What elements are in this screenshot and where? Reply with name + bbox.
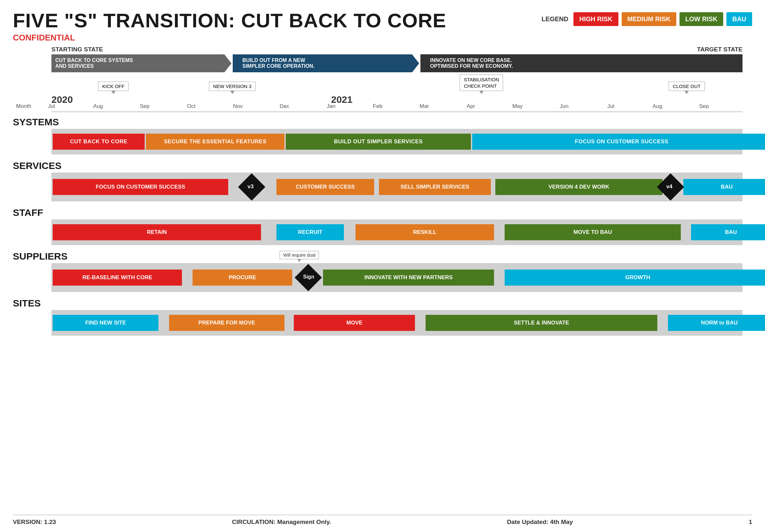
month-jul-2021: Jul [607,103,614,110]
diamond-sign [295,264,322,291]
sites-title: SITES [13,297,752,310]
services-section: SERVICES FOCUS ON CUSTOMER SUCCESS v3 CU… [13,159,752,201]
systems-section: SYSTEMS CUT BACK TO CORE SECURE THE ESSE… [13,115,752,154]
systems-title: SYSTEMS [13,115,752,129]
bar-services-version4: VERSION 4 DEV WORK [495,179,662,195]
footer-version: VERSION: 1.23 [13,518,56,526]
month-oct-2020: Oct [187,103,196,110]
services-title: SERVICES [13,159,752,172]
month-jan-2021: Jan [327,103,335,110]
month-feb-2021: Feb [373,103,382,110]
legend-medium-risk: MEDIUM RISK [622,12,676,26]
diamond-v4 [657,173,684,201]
banner-cut-back: CUT BACK TO CORE SYSTEMSAND SERVICES [51,54,232,72]
month-dec-2020: Dec [280,103,289,110]
suppliers-title: SUPPLIERS [13,250,752,263]
bar-suppliers-procure: PROCURE [193,270,292,286]
month-apr-2021: Apr [467,103,475,110]
month-mar-2021: Mar [419,103,429,110]
bar-systems-secure: SECURE THE ESSENTIAL FEATURES [146,133,285,150]
month-aug-2020: Aug [93,103,103,110]
footer: VERSION: 1.23 CIRCULATION: Management On… [13,515,752,526]
bar-staff-bau: BAU [691,224,765,240]
bar-staff-retain: RETAIN [53,224,261,240]
footer-circulation: CIRCULATION: Management Only. [232,518,331,526]
title-area: FIVE "S" TRANSITION: CUT BACK TO CORE CO… [13,10,446,43]
bar-services-focus-customer: FOCUS ON CUSTOMER SUCCESS [53,179,228,195]
page: FIVE "S" TRANSITION: CUT BACK TO CORE CO… [0,0,765,532]
legend-high-risk: HIGH RISK [573,12,618,26]
month-may-2021: May [512,103,523,110]
month-jun-2021: Jun [560,103,568,110]
callout-closeout: CLOSE OUT [669,82,705,91]
banner-innovate: INNOVATE ON NEW CORE BASE.OPTIMISED FOR … [420,54,742,72]
suppliers-section: SUPPLIERS RE-BASELINE WITH CORE PROCURE … [13,250,752,292]
header: FIVE "S" TRANSITION: CUT BACK TO CORE CO… [13,10,752,43]
bar-sites-prepare-move: PREPARE FOR MOVE [169,315,285,331]
footer-date: Date Updated: 4th May [507,518,573,526]
timeline-header: STARTING STATE TARGET STATE CUT BACK TO … [51,46,742,112]
month-aug-2021: Aug [652,103,662,110]
month-nov-2020: Nov [233,103,243,110]
bar-systems-customer-success: FOCUS ON CUSTOMER SUCCESS [472,133,765,150]
bar-sites-settle-innovate: SETTLE & INNOVATE [425,315,657,331]
confidential-label: CONFIDENTIAL [13,33,446,43]
bar-sites-find-new-site: FIND NEW SITE [53,315,159,331]
sites-section: SITES FIND NEW SITE PREPARE FOR MOVE MOV… [13,297,752,336]
bar-suppliers-rebaseline: RE-BASELINE WITH CORE [53,270,182,286]
legend-label: LEGEND [542,15,568,23]
starting-state-label: STARTING STATE [51,46,103,53]
bar-staff-move-bau: MOVE TO BAU [505,224,681,240]
diamond-v3 [238,173,266,201]
callout-stabilisation: STABILISATIONCHECK POINT [460,75,503,91]
page-title: FIVE "S" TRANSITION: CUT BACK TO CORE [13,10,446,32]
callout-new-version3: NEW VERSION 3 [209,82,256,91]
bar-suppliers-growth: GROWTH [505,270,765,286]
target-state-label: TARGET STATE [697,46,742,53]
bar-systems-build-out: BUILD OUT SIMPLER SERVICES [286,133,471,150]
month-sep-2021: Sep [699,103,709,110]
bar-services-bau: BAU [683,179,765,195]
legend-low-risk: LOW RISK [679,12,723,26]
bar-services-sell-simpler: SELL SIMPLER SERVICES [379,179,491,195]
bar-systems-cut-back: CUT BACK TO CORE [53,133,145,150]
month-header-label: Month [16,103,31,110]
month-jul-2020: Jul [48,103,55,110]
month-sep-2020: Sep [140,103,150,110]
bar-staff-reskill: RESKILL [356,224,494,240]
legend-area: LEGEND HIGH RISK MEDIUM RISK LOW RISK BA… [542,12,752,26]
staff-title: STAFF [13,206,752,219]
bar-services-customer-success: CUSTOMER SUCCESS [277,179,374,195]
legend-bau: BAU [726,12,752,26]
bar-sites-norm-bau: NORM to BAU [668,315,765,331]
tooltip-will-require-dual: Will require dual [280,251,319,259]
callout-kickoff: KICK OFF [98,82,129,91]
bar-staff-recruit: RECRUIT [277,224,344,240]
staff-section: STAFF RETAIN RECRUIT RESKILL MOVE TO BAU [13,206,752,245]
bar-sites-move: MOVE [294,315,415,331]
banner-build-out: BUILD OUT FROM A NEWSIMPLER CORE OPERATI… [233,54,419,72]
footer-page: 1 [749,518,752,526]
bar-suppliers-innovate: INNOVATE WITH NEW PARTNERS [323,270,494,286]
gantt-container: SYSTEMS CUT BACK TO CORE SECURE THE ESSE… [13,115,752,336]
